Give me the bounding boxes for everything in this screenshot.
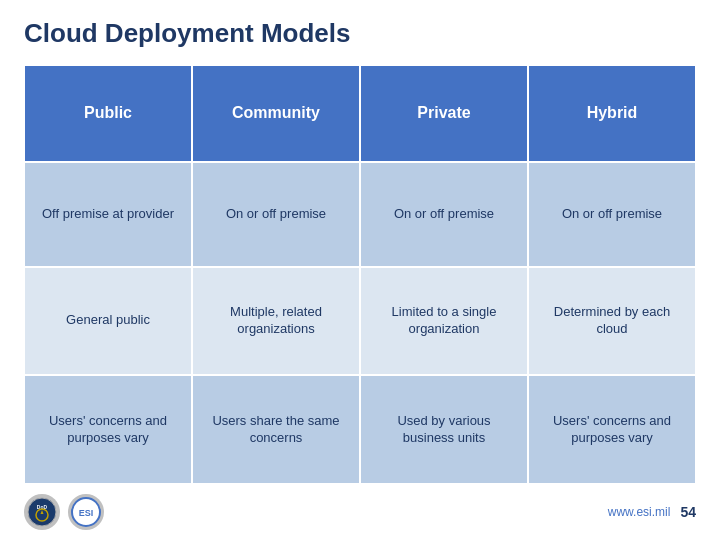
page-title: Cloud Deployment Models: [24, 18, 696, 49]
row2-hybrid: Determined by each cloud: [528, 267, 696, 376]
footer-right: www.esi.mil 54: [608, 504, 696, 520]
header-community: Community: [192, 65, 360, 162]
footer-page-number: 54: [680, 504, 696, 520]
header-public: Public: [24, 65, 192, 162]
footer-url: www.esi.mil: [608, 505, 671, 519]
dod-logo: DoD: [24, 494, 60, 530]
svg-text:ESI: ESI: [79, 508, 94, 518]
row3-hybrid: Users' concerns and purposes vary: [528, 375, 696, 484]
footer: DoD ESI www.esi.mil 54: [24, 488, 696, 530]
row1-hybrid: On or off premise: [528, 162, 696, 267]
row1-public: Off premise at provider: [24, 162, 192, 267]
row1-community: On or off premise: [192, 162, 360, 267]
header-private: Private: [360, 65, 528, 162]
header-hybrid: Hybrid: [528, 65, 696, 162]
row2-public: General public: [24, 267, 192, 376]
page: Cloud Deployment Models Public Community…: [0, 0, 720, 540]
row1-private: On or off premise: [360, 162, 528, 267]
footer-logos: DoD ESI: [24, 494, 104, 530]
row3-community: Users share the same concerns: [192, 375, 360, 484]
row2-community: Multiple, related organizations: [192, 267, 360, 376]
esi-logo: ESI: [68, 494, 104, 530]
row2-private: Limited to a single organization: [360, 267, 528, 376]
table-container: Public Community Private Hybrid Off prem…: [24, 65, 696, 484]
row3-private: Used by various business units: [360, 375, 528, 484]
table: Public Community Private Hybrid Off prem…: [24, 65, 696, 484]
row3-public: Users' concerns and purposes vary: [24, 375, 192, 484]
